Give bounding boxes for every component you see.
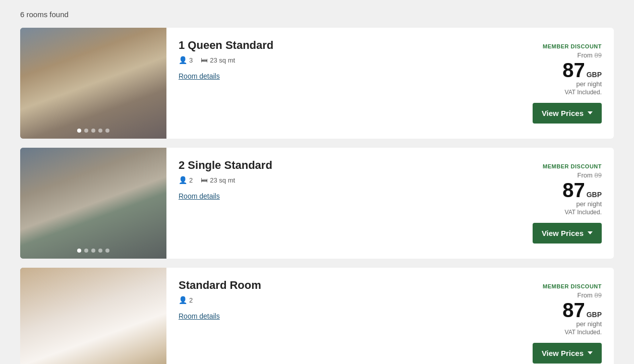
chevron-down-icon (588, 231, 593, 234)
room-details-link[interactable]: Room details (179, 192, 501, 200)
price-number: 87 (562, 60, 585, 80)
from-price: From 89 (578, 171, 602, 179)
image-dot[interactable] (77, 249, 81, 253)
view-prices-button[interactable]: View Prices (533, 223, 602, 244)
room-image-container (20, 268, 166, 364)
room-image-container (20, 148, 166, 259)
room-info: 1 Queen Standard👤3🛏23 sq mtRoom details (166, 28, 513, 139)
image-dots[interactable] (77, 129, 109, 133)
vat-info: VAT Included. (565, 89, 602, 96)
view-prices-label: View Prices (542, 349, 584, 357)
size-meta: 🛏23 sq mt (201, 56, 235, 64)
from-price: From 89 (578, 291, 602, 299)
image-dot[interactable] (105, 249, 109, 253)
guests-count: 2 (189, 176, 193, 184)
vat-info: VAT Included. (565, 329, 602, 336)
guests-meta: 👤3 (179, 56, 193, 64)
image-dot[interactable] (91, 249, 95, 253)
price-main: 87GBP (562, 180, 602, 200)
price-main: 87GBP (562, 60, 602, 80)
price-number: 87 (562, 180, 585, 200)
rooms-found-label: 6 rooms found (20, 10, 614, 19)
guests-meta: 👤2 (179, 296, 193, 304)
room-image (20, 148, 166, 259)
per-night-label: per night (576, 320, 602, 328)
guests-count: 2 (189, 296, 193, 304)
guests-count: 3 (189, 56, 193, 64)
image-dot[interactable] (91, 129, 95, 133)
room-image (20, 268, 166, 364)
person-icon: 👤 (179, 56, 187, 64)
chevron-down-icon (588, 351, 593, 354)
room-card: 2 Single Standard👤2🛏23 sq mtRoom details… (20, 148, 614, 259)
from-price: From 89 (578, 51, 602, 59)
image-dot[interactable] (84, 249, 88, 253)
view-prices-button[interactable]: View Prices (533, 343, 602, 363)
room-meta: 👤2🛏23 sq mt (179, 176, 501, 184)
room-pricing: MEMBER DISCOUNTFrom 8987GBPper nightVAT … (513, 268, 614, 364)
image-dots[interactable] (77, 249, 109, 253)
original-price: 89 (595, 171, 602, 179)
price-currency: GBP (587, 71, 602, 79)
room-title: 2 Single Standard (179, 159, 501, 172)
room-meta: 👤2 (179, 296, 501, 304)
price-number: 87 (562, 300, 585, 320)
room-pricing: MEMBER DISCOUNTFrom 8987GBPper nightVAT … (513, 148, 614, 259)
vat-info: VAT Included. (565, 209, 602, 216)
view-prices-button[interactable]: View Prices (533, 103, 602, 124)
price-main: 87GBP (562, 300, 602, 320)
room-pricing: MEMBER DISCOUNTFrom 8987GBPper nightVAT … (513, 28, 614, 139)
bed-icon: 🛏 (201, 176, 208, 184)
member-discount-label: MEMBER DISCOUNT (543, 43, 602, 49)
image-dot[interactable] (98, 129, 102, 133)
room-card: Standard Room👤2Room detailsMEMBER DISCOU… (20, 268, 614, 364)
image-dot[interactable] (98, 249, 102, 253)
room-image-container (20, 28, 166, 139)
price-currency: GBP (587, 311, 602, 319)
original-price: 89 (595, 291, 602, 299)
view-prices-label: View Prices (542, 109, 584, 117)
room-title: 1 Queen Standard (179, 39, 501, 52)
price-currency: GBP (587, 191, 602, 199)
room-card: 1 Queen Standard👤3🛏23 sq mtRoom detailsM… (20, 28, 614, 139)
room-size: 23 sq mt (210, 56, 235, 64)
original-price: 89 (595, 51, 602, 59)
room-size: 23 sq mt (210, 176, 235, 184)
size-meta: 🛏23 sq mt (201, 176, 235, 184)
image-dot[interactable] (105, 129, 109, 133)
person-icon: 👤 (179, 176, 187, 184)
guests-meta: 👤2 (179, 176, 193, 184)
room-details-link[interactable]: Room details (179, 312, 501, 320)
room-meta: 👤3🛏23 sq mt (179, 56, 501, 64)
image-dot[interactable] (84, 129, 88, 133)
room-details-link[interactable]: Room details (179, 72, 501, 80)
room-info: 2 Single Standard👤2🛏23 sq mtRoom details (166, 148, 513, 259)
per-night-label: per night (576, 200, 602, 208)
image-dot[interactable] (77, 129, 81, 133)
person-icon: 👤 (179, 296, 187, 304)
view-prices-label: View Prices (542, 229, 584, 237)
room-title: Standard Room (179, 279, 501, 292)
member-discount-label: MEMBER DISCOUNT (543, 163, 602, 169)
bed-icon: 🛏 (201, 56, 208, 64)
per-night-label: per night (576, 80, 602, 88)
member-discount-label: MEMBER DISCOUNT (543, 283, 602, 289)
chevron-down-icon (588, 111, 593, 114)
room-info: Standard Room👤2Room details (166, 268, 513, 364)
room-image (20, 28, 166, 139)
